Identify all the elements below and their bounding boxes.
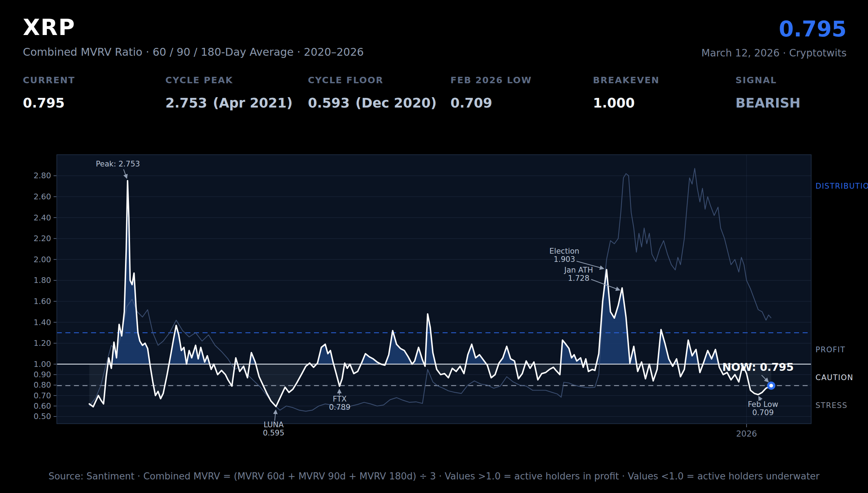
svg-text:FTX: FTX <box>333 395 347 403</box>
svg-text:Peak: 2.753: Peak: 2.753 <box>96 160 140 168</box>
svg-text:1.80: 1.80 <box>34 276 51 285</box>
svg-text:0.60: 0.60 <box>34 402 51 410</box>
mvrv-dashboard: XRP 0.795 Combined MVRV Ratio · 60 / 90 … <box>0 0 868 493</box>
svg-text:1.60: 1.60 <box>34 297 51 306</box>
svg-text:1.40: 1.40 <box>34 318 51 327</box>
svg-text:Jan ATH: Jan ATH <box>564 266 593 274</box>
svg-text:Election: Election <box>549 247 579 255</box>
svg-text:0.595: 0.595 <box>263 429 284 437</box>
svg-text:2.00: 2.00 <box>34 255 51 264</box>
svg-text:NOW: 0.795: NOW: 0.795 <box>722 361 794 373</box>
svg-text:1.728: 1.728 <box>568 274 589 283</box>
svg-text:PROFIT: PROFIT <box>815 345 845 354</box>
svg-text:0.90: 0.90 <box>34 370 51 379</box>
svg-text:2.20: 2.20 <box>34 234 51 243</box>
svg-text:2.40: 2.40 <box>34 213 51 222</box>
svg-text:2.60: 2.60 <box>34 192 51 201</box>
svg-text:Feb Low: Feb Low <box>748 400 778 409</box>
svg-text:0.709: 0.709 <box>752 408 774 417</box>
svg-text:0.80: 0.80 <box>34 380 51 389</box>
svg-text:2.80: 2.80 <box>34 171 51 180</box>
footer-note: Source: Santiment · Combined MVRV = (MVR… <box>0 471 868 482</box>
svg-text:0.70: 0.70 <box>34 391 51 400</box>
mvrv-chart: 2.802.602.402.202.001.801.601.401.201.00… <box>0 0 868 493</box>
svg-text:DISTRIBUTION: DISTRIBUTION <box>815 182 868 190</box>
svg-text:1.00: 1.00 <box>34 360 51 369</box>
svg-text:2026: 2026 <box>736 429 757 438</box>
svg-text:1.903: 1.903 <box>554 255 575 264</box>
mvrv-chart-svg: 2.802.602.402.202.001.801.601.401.201.00… <box>0 0 868 493</box>
svg-text:LUNA: LUNA <box>264 420 284 429</box>
svg-text:0.789: 0.789 <box>329 403 350 412</box>
svg-text:0.50: 0.50 <box>34 412 51 421</box>
svg-text:CAUTION: CAUTION <box>815 373 853 382</box>
svg-text:1.20: 1.20 <box>34 339 51 348</box>
svg-text:STRESS: STRESS <box>815 401 848 410</box>
